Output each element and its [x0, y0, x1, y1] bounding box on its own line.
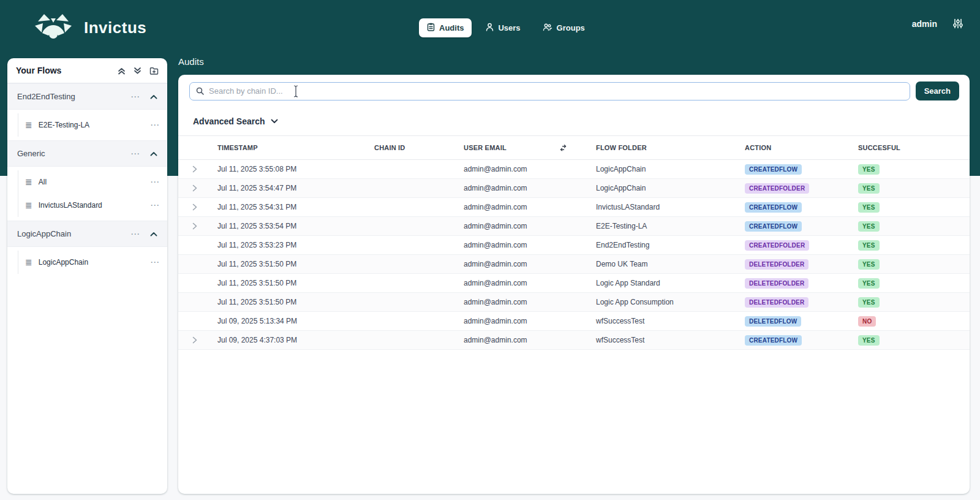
flow-item[interactable]: ≣ E2E-Testing-LA ⋯: [18, 113, 167, 137]
cell-flow-folder: Logic App Consumption: [596, 298, 745, 306]
nav-item-audits[interactable]: Audits: [419, 18, 472, 37]
search-input[interactable]: [209, 86, 903, 96]
page-title: Audits: [178, 56, 204, 67]
action-badge: DELETEDFLOW: [745, 316, 801, 327]
audit-table-row[interactable]: Jul 11, 2025 3:51:50 PM admin@admin.com …: [178, 293, 970, 312]
search-button[interactable]: Search: [916, 81, 959, 100]
table-body: Jul 11, 2025 3:55:08 PM admin@admin.com …: [178, 160, 970, 350]
row-expander[interactable]: [178, 222, 217, 230]
action-badge: DELETEDFOLDER: [745, 297, 809, 308]
audit-table-row[interactable]: Jul 09, 2025 4:37:03 PM admin@admin.com …: [178, 331, 970, 350]
flow-folder-header[interactable]: End2EndTesting ⋯: [7, 83, 167, 110]
brand-name: Invictus: [84, 18, 146, 37]
more-options-icon[interactable]: ⋯: [130, 231, 140, 237]
success-badge: YES: [858, 278, 880, 289]
audit-table-row[interactable]: Jul 11, 2025 3:51:50 PM admin@admin.com …: [178, 274, 970, 293]
more-options-icon[interactable]: ⋯: [130, 151, 140, 157]
flow-rows-icon: ≣: [25, 121, 32, 129]
brand: Invictus: [34, 12, 146, 43]
action-badge: CREATEDFLOW: [745, 164, 802, 175]
search-box[interactable]: [189, 82, 910, 100]
sliders-icon[interactable]: [953, 18, 963, 29]
chevron-right-icon: [192, 336, 197, 344]
nav-item-users[interactable]: Users: [478, 18, 528, 37]
col-succesful: SUCCESFUL: [858, 144, 970, 151]
flow-item[interactable]: ≣ All ⋯: [18, 170, 167, 194]
cell-timestamp: Jul 11, 2025 3:53:54 PM: [217, 222, 374, 230]
chevron-up-icon[interactable]: [150, 232, 157, 237]
audit-table-row[interactable]: Jul 11, 2025 3:55:08 PM admin@admin.com …: [178, 160, 970, 179]
col-action: ACTION: [745, 144, 858, 151]
collapse-all-icon[interactable]: [118, 67, 126, 75]
chevron-up-icon[interactable]: [150, 94, 157, 99]
flow-item[interactable]: ≣ InvictusLAStandard ⋯: [18, 194, 167, 217]
col-flow-folder: FLOW FOLDER: [596, 144, 745, 151]
success-badge: YES: [858, 335, 880, 346]
audit-table-row[interactable]: Jul 11, 2025 3:51:50 PM admin@admin.com …: [178, 255, 970, 274]
audits-icon: [427, 23, 435, 33]
cell-flow-folder: InvictusLAStandard: [596, 203, 745, 211]
cell-user-email: admin@admin.com: [464, 260, 596, 268]
flow-item-label: E2E-Testing-LA: [39, 121, 144, 129]
flow-folder-name: LogicAppChain: [17, 229, 71, 238]
more-options-icon[interactable]: ⋯: [150, 122, 160, 128]
cell-timestamp: Jul 11, 2025 3:51:50 PM: [217, 279, 374, 287]
row-expander[interactable]: [178, 165, 217, 173]
cell-timestamp: Jul 11, 2025 3:55:08 PM: [217, 165, 374, 173]
cell-timestamp: Jul 09, 2025 4:37:03 PM: [217, 336, 374, 344]
success-badge: YES: [858, 297, 880, 308]
success-badge: YES: [858, 164, 880, 175]
audit-table-row[interactable]: Jul 11, 2025 3:53:54 PM admin@admin.com …: [178, 217, 970, 236]
chevron-down-icon: [271, 119, 278, 124]
cell-user-email: admin@admin.com: [464, 241, 596, 249]
cell-timestamp: Jul 11, 2025 3:51:50 PM: [217, 260, 374, 268]
expand-all-icon[interactable]: [134, 67, 141, 75]
flow-item[interactable]: ≣ LogicAppChain ⋯: [18, 251, 167, 274]
audits-table: TIMESTAMP CHAIN ID USER EMAIL FLOW FOLDE…: [178, 135, 970, 350]
more-options-icon[interactable]: ⋯: [130, 94, 140, 100]
row-expander[interactable]: [178, 336, 217, 344]
more-options-icon[interactable]: ⋯: [150, 202, 160, 208]
sidebar-header: Your Flows: [7, 58, 167, 83]
cell-user-email: admin@admin.com: [464, 317, 596, 325]
search-icon: [196, 87, 204, 95]
chevron-right-icon: [192, 222, 197, 230]
action-badge: CREATEDFLOW: [745, 202, 802, 213]
flow-item-label: InvictusLAStandard: [39, 201, 144, 210]
audit-table-row[interactable]: Jul 09, 2025 5:13:34 PM admin@admin.com …: [178, 312, 970, 331]
audit-table-row[interactable]: Jul 11, 2025 3:54:31 PM admin@admin.com …: [178, 198, 970, 217]
users-icon: [486, 23, 494, 33]
add-folder-icon[interactable]: [149, 67, 159, 75]
flow-folder-header[interactable]: Generic ⋯: [7, 140, 167, 167]
swap-sort-icon[interactable]: [560, 145, 567, 151]
row-expander[interactable]: [178, 203, 217, 211]
more-options-icon[interactable]: ⋯: [150, 259, 160, 265]
row-expander[interactable]: [178, 184, 217, 192]
cell-flow-folder: LogicAppChain: [596, 165, 745, 173]
action-badge: CREATEDFLOW: [745, 335, 802, 346]
flow-folder-section: LogicAppChain ⋯ ≣ LogicAppChain ⋯: [7, 221, 167, 274]
flow-item-label: All: [39, 178, 144, 186]
chevron-right-icon: [192, 203, 197, 211]
more-options-icon[interactable]: ⋯: [150, 179, 160, 185]
audit-table-row[interactable]: Jul 11, 2025 3:53:23 PM admin@admin.com …: [178, 236, 970, 255]
col-user-email: USER EMAIL: [464, 144, 596, 151]
audits-panel: Search Advanced Search TIMESTAMP CHAIN I…: [178, 75, 970, 494]
col-timestamp: TIMESTAMP: [217, 144, 374, 151]
cell-timestamp: Jul 11, 2025 3:54:47 PM: [217, 184, 374, 192]
cell-flow-folder: Logic App Standard: [596, 279, 745, 287]
action-badge: CREATEDFOLDER: [745, 240, 809, 251]
chevron-up-icon[interactable]: [150, 151, 157, 156]
user-name[interactable]: admin: [912, 19, 937, 29]
nav-item-groups[interactable]: Groups: [535, 18, 593, 37]
audit-table-row[interactable]: Jul 11, 2025 3:54:47 PM admin@admin.com …: [178, 179, 970, 198]
header-right: admin: [912, 18, 963, 29]
success-badge: YES: [858, 221, 880, 232]
success-badge: YES: [858, 240, 880, 251]
flow-folder-header[interactable]: LogicAppChain ⋯: [7, 221, 167, 247]
flow-item-label: LogicAppChain: [39, 258, 144, 267]
flow-folder-section: End2EndTesting ⋯ ≣ E2E-Testing-LA ⋯: [7, 83, 167, 137]
chevron-right-icon: [192, 165, 197, 173]
advanced-search-toggle[interactable]: Advanced Search: [178, 107, 319, 135]
search-row: Search: [178, 75, 970, 107]
